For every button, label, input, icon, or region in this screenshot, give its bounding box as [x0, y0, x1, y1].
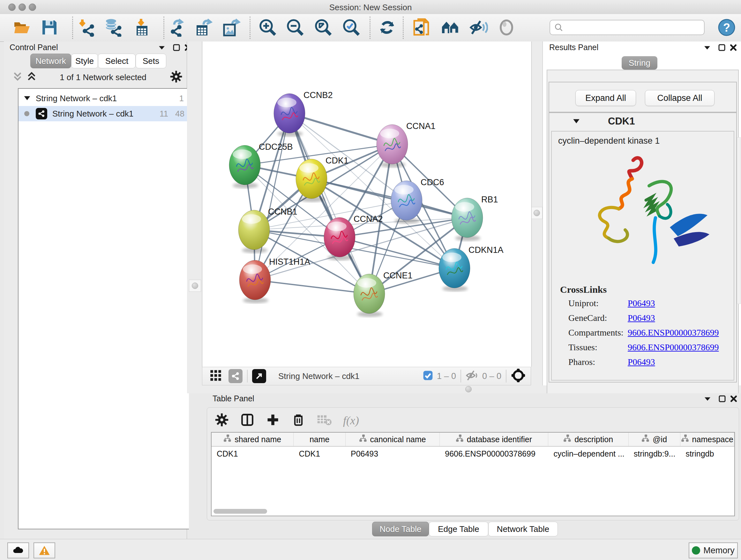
collapse-all-networks-icon[interactable] [13, 71, 22, 83]
table-panel-maximize-icon[interactable] [717, 393, 728, 404]
search-input[interactable] [563, 23, 692, 32]
column-header-namespace[interactable]: namespace [680, 433, 734, 446]
network-row-selected[interactable]: String Network – cdk1 11 48 [18, 106, 190, 121]
tab-style[interactable]: Style [71, 54, 98, 68]
node-CCNA1[interactable]: CCNA1 [377, 121, 435, 168]
tab-edge-table[interactable]: Edge Table [429, 522, 488, 537]
node-CCNB2[interactable]: CCNB2 [274, 90, 333, 137]
import-network-button[interactable] [76, 17, 97, 38]
left-splitter-handle[interactable] [189, 280, 201, 292]
table-cell[interactable]: cyclin–dependent ... [548, 447, 628, 461]
search-field[interactable] [549, 20, 704, 35]
node-CDKN1A[interactable]: CDKN1A [439, 245, 503, 292]
crosslink-link[interactable]: P06493 [628, 357, 655, 367]
fit-content-crosshair-icon[interactable] [511, 368, 526, 384]
selected-checkbox-icon[interactable] [423, 370, 433, 382]
warning-button[interactable] [33, 543, 55, 558]
tab-select[interactable]: Select [98, 54, 136, 68]
memory-button[interactable]: Memory [689, 543, 738, 558]
table-cell[interactable]: P06493 [346, 447, 440, 461]
column-header-shared-name[interactable]: shared name [212, 433, 293, 446]
gene-collapse-icon[interactable] [572, 117, 581, 126]
column-header-database-identifier[interactable]: database identifier [440, 433, 548, 446]
table-cell[interactable]: CDK1 [293, 447, 346, 461]
hide-selection-button[interactable] [468, 17, 489, 38]
edge-CCNB2-CCNA1[interactable] [289, 113, 392, 144]
results-panel-close-icon[interactable] [728, 42, 739, 53]
node-HIST1H1A[interactable]: HIST1H1A [239, 257, 310, 303]
crosslink-link[interactable]: 9606.ENSP00000378699 [628, 327, 719, 337]
save-session-button[interactable] [39, 17, 60, 38]
export-image-button[interactable] [221, 17, 242, 38]
table-settings-gear-icon[interactable] [215, 413, 229, 428]
results-panel-maximize-icon[interactable] [717, 42, 727, 53]
collapse-all-button[interactable]: Collapse All [645, 90, 715, 106]
node-table[interactable]: shared namenamecanonical namedatabase id… [211, 432, 735, 516]
show-eye-button[interactable] [496, 17, 517, 38]
table-horizontal-scrollbar[interactable] [213, 509, 267, 514]
function-builder-icon[interactable]: f(x) [343, 414, 359, 427]
crosslink-link[interactable]: P06493 [628, 298, 655, 308]
refresh-button[interactable] [377, 17, 398, 38]
export-network-button[interactable] [166, 17, 188, 38]
collection-expand-icon[interactable] [23, 94, 30, 104]
network-options-gear-icon[interactable] [170, 70, 183, 84]
control-panel-maximize-icon[interactable] [171, 42, 182, 53]
results-panel-float-icon[interactable] [702, 42, 713, 53]
zoom-selected-button[interactable] [341, 17, 362, 38]
expand-all-button[interactable]: Expand All [576, 90, 636, 106]
table-panel-close-icon[interactable] [728, 393, 739, 404]
node-CCNB1[interactable]: CCNB1 [239, 207, 297, 253]
cloud-button[interactable] [7, 543, 29, 558]
delete-table-icon[interactable] [317, 414, 332, 428]
tab-node-table[interactable]: Node Table [372, 522, 429, 537]
show-columns-icon[interactable] [240, 413, 254, 428]
import-database-button[interactable] [103, 17, 124, 38]
results-scrollbar[interactable] [737, 137, 741, 304]
network-canvas[interactable]: CCNB2CCNA1CDC25BCDK1CDC6RB1CCNB1CCNA2CDK… [202, 42, 532, 367]
tab-string[interactable]: String [622, 56, 657, 70]
tab-sets[interactable]: Sets [136, 54, 166, 68]
add-column-icon[interactable] [266, 413, 280, 428]
node-RB1[interactable]: RB1 [452, 195, 498, 241]
horizontal-splitter-handle[interactable] [465, 386, 472, 394]
column-header--id[interactable]: @id [629, 433, 681, 446]
table-cell[interactable]: stringdb:9... [629, 447, 681, 461]
table-cell[interactable]: stringdb [680, 447, 734, 461]
open-in-browser-icon[interactable] [252, 369, 266, 383]
copy-share-button[interactable] [411, 17, 432, 38]
network-collection-row[interactable]: String Network – cdk1 1 [18, 91, 190, 106]
table-cell[interactable]: 9606.ENSP00000378699 [440, 447, 548, 461]
expand-all-networks-icon[interactable] [27, 71, 37, 83]
control-panel-float-icon[interactable] [156, 42, 167, 53]
node-CCNA2[interactable]: CCNA2 [324, 214, 383, 260]
table-panel-float-icon[interactable] [702, 393, 713, 404]
zoom-out-button[interactable] [285, 17, 306, 38]
crosslink-link[interactable]: 9606.ENSP00000378699 [628, 342, 719, 352]
zoom-in-button[interactable] [257, 17, 278, 38]
import-table-button[interactable] [132, 17, 153, 38]
help-button[interactable]: ? [716, 17, 737, 38]
column-header-name[interactable]: name [293, 433, 346, 446]
zoom-fit-button[interactable] [313, 17, 334, 38]
column-header-description[interactable]: description [548, 433, 628, 446]
node-CCNE1[interactable]: CCNE1 [354, 271, 413, 317]
tab-network-table[interactable]: Network Table [488, 522, 558, 537]
column-header-canonical-name[interactable]: canonical name [346, 433, 440, 446]
string-home-button[interactable] [440, 17, 461, 38]
edge-HIST1H1A-CCNE1[interactable] [255, 280, 369, 294]
hidden-eye-slash-icon[interactable] [466, 370, 479, 382]
crosslink-link[interactable]: P06493 [628, 313, 655, 323]
string-view-icon[interactable] [228, 369, 243, 383]
tab-network[interactable]: Network [30, 54, 71, 68]
network-graph[interactable]: CCNB2CCNA1CDC25BCDK1CDC6RB1CCNB1CCNA2CDK… [202, 42, 531, 367]
table-row[interactable]: CDK1CDK1P064939606.ENSP00000378699cyclin… [212, 447, 734, 461]
open-session-button[interactable] [11, 17, 32, 38]
gene-section-header[interactable]: CDK1 [549, 113, 736, 130]
right-splitter-handle[interactable] [531, 207, 542, 219]
birdseye-grid-icon[interactable] [209, 369, 222, 383]
delete-column-trash-icon[interactable] [291, 413, 306, 428]
export-table-button[interactable] [193, 17, 214, 38]
table-cell[interactable]: CDK1 [212, 447, 293, 461]
edge-CCNB2-HIST1H1A[interactable] [255, 113, 289, 280]
